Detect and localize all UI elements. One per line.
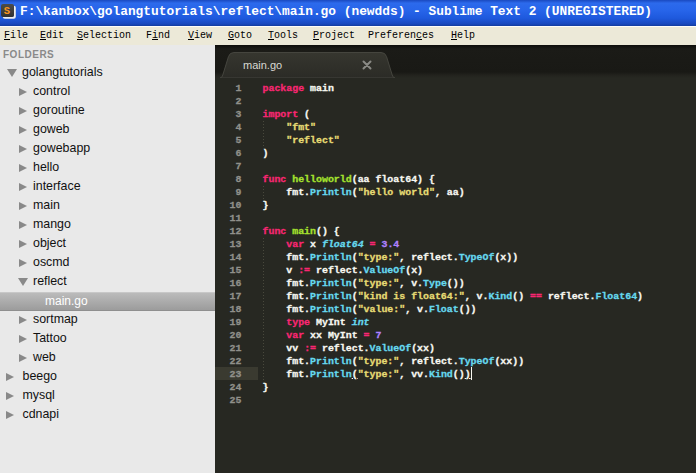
- svg-text:main.go: main.go: [243, 59, 282, 71]
